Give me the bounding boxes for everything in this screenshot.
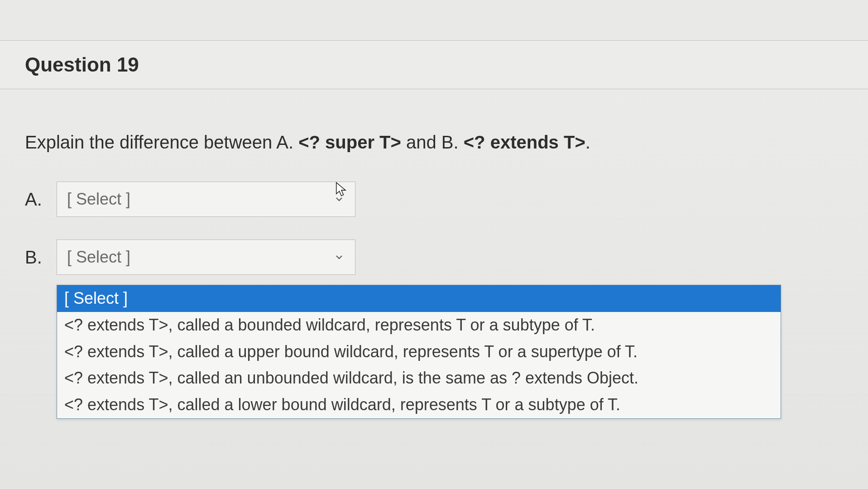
prompt-prefix: Explain the difference between A. [25, 132, 298, 152]
question-prompt: Explain the difference between A. <? sup… [25, 130, 843, 154]
select-b-placeholder: [ Select ] [67, 248, 130, 267]
dropdown-b-options[interactable]: [ Select ] <? extends T>, called a bound… [57, 285, 781, 419]
top-spacer [0, 0, 868, 41]
dropdown-option[interactable]: <? extends T>, called a lower bound wild… [57, 392, 781, 418]
prompt-code-b: <? extends T> [464, 132, 585, 152]
dropdown-option[interactable]: [ Select ] [57, 285, 781, 312]
answer-label-a: A. [25, 189, 57, 210]
prompt-mid: and B. [401, 132, 464, 152]
answer-row-b: B. [ Select ] [25, 240, 843, 275]
quiz-page: Question 19 Explain the difference betwe… [0, 0, 868, 489]
dropdown-option[interactable]: <? extends T>, called a upper bound wild… [57, 339, 781, 365]
dropdown-option[interactable]: <? extends T>, called a bounded wildcard… [57, 312, 781, 339]
answer-label-b: B. [25, 247, 57, 268]
chevron-down-icon [333, 193, 345, 205]
prompt-code-a: <? super T> [298, 132, 401, 152]
dropdown-option[interactable]: <? extends T>, called an unbounded wildc… [57, 365, 781, 392]
prompt-suffix: . [585, 132, 590, 152]
question-header: Question 19 [0, 41, 868, 89]
select-b[interactable]: [ Select ] [57, 240, 355, 275]
answer-row-a: A. [ Select ] [25, 182, 843, 217]
select-a[interactable]: [ Select ] [57, 182, 355, 217]
question-title: Question 19 [25, 53, 843, 76]
question-body: Explain the difference between A. <? sup… [0, 89, 868, 275]
chevron-down-icon [333, 251, 345, 263]
select-a-placeholder: [ Select ] [67, 190, 130, 209]
